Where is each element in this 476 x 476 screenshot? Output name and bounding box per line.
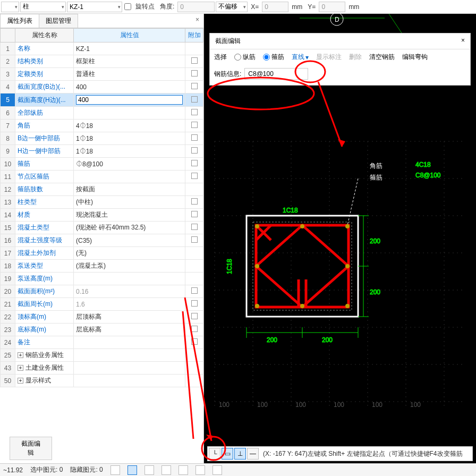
svg-text:100: 100	[410, 401, 421, 409]
sb-btn-3[interactable]	[144, 465, 154, 475]
tool-btn-4[interactable]: —	[247, 448, 259, 460]
property-row[interactable]: 6全部纵筋	[1, 107, 203, 120]
extra-checkbox[interactable]	[191, 122, 198, 128]
radio-stirrup[interactable]: 箍筋	[263, 53, 284, 62]
tab-layers[interactable]: 图层管理	[39, 14, 78, 28]
property-row[interactable]: 15混凝土类型(现浇砼 碎石40mm 32.5)	[1, 222, 203, 234]
property-row[interactable]: 9H边一侧中部筋1⏀18	[1, 145, 203, 158]
extra-checkbox[interactable]	[191, 313, 198, 319]
clear-rebar-button[interactable]: 清空钢筋	[369, 53, 395, 62]
svg-point-30	[300, 304, 304, 308]
y-input[interactable]	[319, 2, 345, 12]
svg-text:100: 100	[334, 401, 344, 409]
extra-checkbox[interactable]	[191, 173, 198, 179]
x-input[interactable]	[262, 2, 288, 12]
svg-line-52	[347, 178, 358, 225]
property-row[interactable]: 50+显示样式	[1, 375, 203, 387]
edit-hook-button[interactable]: 编辑弯钩	[402, 53, 428, 62]
radio-longitudinal[interactable]: 纵筋	[234, 53, 256, 62]
col-header-value: 属性值	[74, 29, 185, 42]
property-row[interactable]: 20截面面积(m²)0.16	[1, 285, 203, 298]
extra-checkbox[interactable]	[191, 147, 198, 154]
svg-point-29	[255, 304, 259, 308]
svg-text:200: 200	[322, 336, 333, 344]
svg-point-28	[345, 264, 350, 268]
angle-input[interactable]	[177, 2, 215, 12]
tab-properties[interactable]: 属性列表	[0, 14, 39, 28]
line-tool-dropdown[interactable]: 直线▾	[292, 53, 309, 62]
property-row[interactable]: 18泵送类型(混凝土泵)	[1, 260, 203, 273]
property-row[interactable]: 25+钢筋业务属性	[1, 349, 203, 362]
extra-checkbox[interactable]	[191, 96, 198, 103]
section-edit-button[interactable]: 截面编辑	[10, 437, 52, 460]
extra-checkbox[interactable]	[191, 134, 198, 141]
svg-text:100: 100	[219, 401, 230, 409]
property-row[interactable]: 43+土建业务属性	[1, 362, 203, 375]
property-row[interactable]: 23底标高(m)层底标高	[1, 324, 203, 336]
extra-checkbox[interactable]	[191, 338, 198, 345]
select-tool[interactable]: 选择	[214, 53, 227, 62]
extra-checkbox[interactable]	[191, 300, 198, 307]
property-row[interactable]: 2结构类别框架柱	[1, 55, 203, 68]
zoom-level: ~11.92	[3, 466, 23, 474]
x-unit: mm	[290, 3, 304, 11]
category-dropdown-1[interactable]	[1, 2, 19, 12]
property-row[interactable]: 3定额类别普通柱	[1, 68, 203, 81]
property-row[interactable]: 14材质现浇混凝土	[1, 209, 203, 222]
offset-mode-dropdown[interactable]: 不偏移	[216, 2, 248, 12]
coord-hint: (X: -167 Y: 647)左键或 Shift+ 左键指定起点（可通过快捷键…	[260, 449, 463, 458]
delete-button[interactable]: 删除	[349, 53, 362, 62]
extra-checkbox[interactable]	[191, 198, 198, 205]
tool-btn-1[interactable]: └	[209, 448, 220, 460]
category-dropdown-2[interactable]: 柱	[20, 2, 66, 12]
pivot-checkbox[interactable]	[124, 3, 131, 10]
editor-close-icon[interactable]: ×	[461, 37, 465, 46]
extra-checkbox[interactable]	[191, 326, 198, 332]
property-row[interactable]: 4截面宽度(B边)(...400	[1, 81, 203, 94]
property-row[interactable]: 24备注	[1, 336, 203, 349]
property-row[interactable]: 12箍筋肢数按截面	[1, 183, 203, 196]
property-value-input[interactable]	[76, 95, 183, 105]
component-dropdown[interactable]: KZ-1	[67, 2, 122, 12]
svg-point-31	[345, 304, 350, 308]
tool-btn-2[interactable]: ▭	[222, 448, 233, 460]
sb-btn-6[interactable]	[196, 465, 205, 475]
sb-btn-5[interactable]	[178, 465, 188, 475]
extra-checkbox[interactable]	[191, 211, 198, 217]
property-row[interactable]: 22顶标高(m)层顶标高	[1, 311, 203, 324]
svg-text:200: 200	[370, 288, 380, 296]
sb-btn-7[interactable]	[212, 465, 222, 475]
sb-btn-1[interactable]	[110, 465, 120, 475]
sb-btn-4[interactable]	[162, 465, 171, 475]
svg-text:D: D	[335, 16, 339, 23]
extra-checkbox[interactable]	[191, 160, 198, 166]
svg-point-24	[255, 224, 259, 228]
property-row[interactable]: 11节点区箍筋	[1, 171, 203, 183]
section-editor-panel: 截面编辑 × 选择 纵筋 箍筋 直线▾ 显示标注 删除 清空钢筋 编辑弯钩 钢筋…	[209, 33, 471, 86]
property-row[interactable]: 17混凝土外加剂(无)	[1, 247, 203, 260]
extra-checkbox[interactable]	[191, 70, 198, 76]
property-row[interactable]: 1名称KZ-1	[1, 42, 203, 55]
sb-btn-2[interactable]	[128, 465, 137, 475]
property-row[interactable]: 5截面高度(H边)(...	[1, 94, 203, 107]
property-row[interactable]: 19泵送高度(m)	[1, 273, 203, 285]
panel-close-icon[interactable]: ×	[191, 14, 203, 28]
property-row[interactable]: 7角筋4⏀18	[1, 120, 203, 132]
steel-info-input[interactable]: C8@100	[244, 68, 308, 80]
extra-checkbox[interactable]	[191, 287, 198, 294]
extra-checkbox[interactable]	[191, 109, 198, 115]
extra-checkbox[interactable]	[191, 236, 198, 243]
col-header-extra: 附加	[185, 29, 203, 42]
extra-checkbox[interactable]	[191, 224, 198, 230]
property-row[interactable]: 16混凝土强度等级(C35)	[1, 234, 203, 247]
show-dimension-button[interactable]: 显示标注	[316, 53, 342, 62]
property-row[interactable]: 13柱类型(中柱)	[1, 196, 203, 209]
tool-btn-3[interactable]: ⊥	[234, 448, 246, 460]
col-header-name: 属性名称	[15, 29, 74, 42]
drawing-canvas[interactable]: D	[204, 14, 476, 463]
property-row[interactable]: 21截面周长(m)1.6	[1, 298, 203, 311]
property-row[interactable]: 8B边一侧中部筋1⏀18	[1, 132, 203, 145]
extra-checkbox[interactable]	[191, 83, 198, 89]
property-row[interactable]: 10箍筋⏀8@100	[1, 158, 203, 171]
extra-checkbox[interactable]	[191, 57, 198, 64]
